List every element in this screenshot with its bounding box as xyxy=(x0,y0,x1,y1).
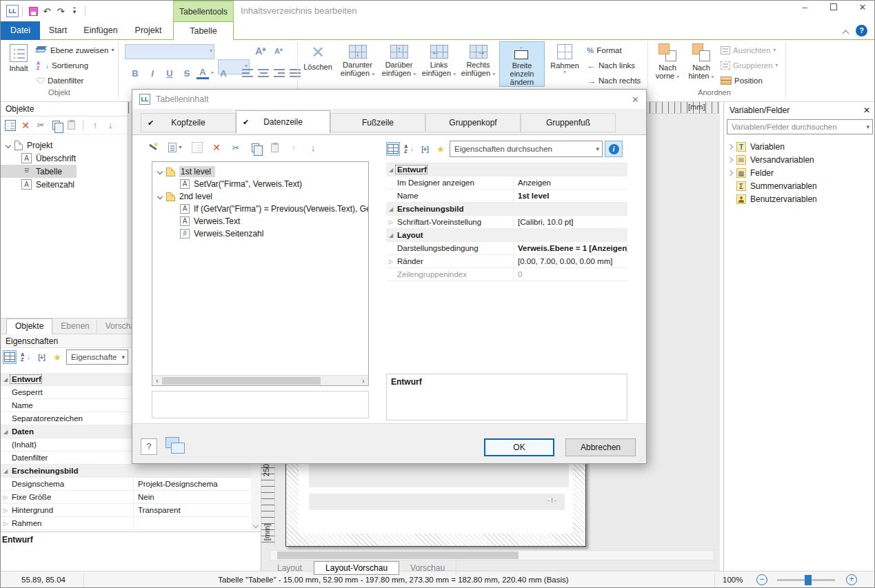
nach-links-button[interactable]: ← Nach links xyxy=(587,59,635,72)
tab-datei[interactable]: Datei xyxy=(1,21,40,40)
properties-search-input[interactable]: Eigenschaften durchsuchen ▾ xyxy=(66,349,128,365)
dock-tab-objekte[interactable]: Objekte xyxy=(6,318,52,334)
scroll-down-icon[interactable] xyxy=(253,523,259,528)
tab-layout[interactable]: Layout xyxy=(266,561,314,575)
ok-button[interactable]: OK xyxy=(484,438,554,456)
tab-layout-vorschau[interactable]: Layout-Vorschau xyxy=(314,561,399,575)
categorized-view-button[interactable] xyxy=(386,142,400,156)
paste-button[interactable] xyxy=(64,119,78,132)
move-line-up-button[interactable]: ↑ xyxy=(287,141,301,154)
rahmen-button[interactable]: Rahmen ▾ xyxy=(547,41,583,87)
delete-line-button[interactable]: ✕ xyxy=(210,141,223,154)
tree-item-felder[interactable]: ▦ Felder xyxy=(728,166,875,179)
format-button[interactable]: % Format xyxy=(587,43,622,57)
close-button[interactable]: ✕ xyxy=(852,2,873,12)
prop-group-erscheinungsbild[interactable]: ◢Erscheinungsbild xyxy=(1,465,252,478)
zoom-slider-thumb[interactable] xyxy=(805,575,812,585)
tree-line-verweis-text[interactable]: A Verweis.Text xyxy=(152,215,368,227)
ausrichten-button[interactable]: Ausrichten ▾ xyxy=(721,43,776,57)
position-button[interactable]: Position xyxy=(721,74,763,88)
tab-einfuegen[interactable]: Einfügen xyxy=(76,21,125,40)
help-button[interactable]: ? xyxy=(856,25,867,37)
font-color-button[interactable]: A xyxy=(197,67,209,79)
row-expander-icon[interactable]: ▷ xyxy=(1,520,10,527)
tree-item-projekt[interactable]: Projekt xyxy=(1,139,128,152)
prop-row[interactable]: ▷Ränder[0.00, 7.00, 0.00, 0.00 mm] xyxy=(386,255,627,268)
cascade-windows-button[interactable] xyxy=(165,437,186,456)
save-button[interactable] xyxy=(26,4,40,18)
maximize-button[interactable] xyxy=(823,2,844,12)
nach-vorne-button[interactable]: Nach vorne ▾ xyxy=(652,41,683,87)
tree-item-benutzervariablen[interactable]: Benutzervariablen xyxy=(728,192,875,205)
tree-item-variablen[interactable]: T Variablen xyxy=(728,140,875,153)
tree-item-tabelle[interactable]: ≡ Tabelle xyxy=(1,165,77,178)
tree-h-scrollbar[interactable]: ‹ › xyxy=(152,375,368,385)
dialog-tab-datenzeile[interactable]: ✔ Datenzeile xyxy=(236,110,330,133)
dialog-tab-gruppenfuss[interactable]: Gruppenfuß xyxy=(521,113,616,132)
line-properties-button[interactable] xyxy=(190,141,204,154)
rechts-einfuegen-button[interactable]: → Rechts einfügen ▾ xyxy=(459,41,497,87)
row-expander-icon[interactable]: ▷ xyxy=(386,258,396,265)
prop-group-layout[interactable]: ◢Layout xyxy=(386,229,627,242)
dialog-tab-gruppenkopf[interactable]: Gruppenkopf xyxy=(425,113,521,132)
tab-projekt[interactable]: Projekt xyxy=(125,21,171,40)
pagenumber-object[interactable]: - l - xyxy=(309,494,565,510)
favorites-button[interactable]: ★ xyxy=(434,142,447,156)
tree-item-versandvariablen[interactable]: ✉ Versandvariablen xyxy=(728,153,875,166)
loeschen-button[interactable]: ✕ Löschen xyxy=(300,41,336,87)
paste-line-button[interactable] xyxy=(268,141,281,154)
dock-tab-ebenen[interactable]: Ebenen xyxy=(54,319,97,333)
sort-az-button[interactable]: AZ↓ xyxy=(402,142,416,156)
copy-line-button[interactable] xyxy=(248,141,262,154)
zoom-slider[interactable] xyxy=(777,579,835,581)
tree-item-summenvariablen[interactable]: Σ Summenvariablen xyxy=(728,179,875,192)
nach-hinten-button[interactable]: Nach hinten ▾ xyxy=(685,41,717,87)
prop-row[interactable]: ▷Schriftart-Voreinstellung[Calibri, 10.0… xyxy=(386,216,627,229)
tree-line-2nd-level[interactable]: 2nd level xyxy=(152,190,368,203)
customize-quick-access-button[interactable]: ▾ xyxy=(68,4,81,18)
scroll-right-icon[interactable]: › xyxy=(359,377,368,385)
tree-line-setvar[interactable]: A SetVar("Firma", Verweis.Text) xyxy=(152,178,368,190)
prop-row[interactable]: Name1st level xyxy=(386,190,627,203)
prop-row[interactable]: ▷HintergrundTransparent xyxy=(1,504,252,517)
info-button[interactable]: i xyxy=(605,141,623,157)
scrollbar-thumb[interactable] xyxy=(162,377,321,385)
bold-button[interactable]: B xyxy=(128,68,143,79)
object-properties-button[interactable] xyxy=(3,119,17,132)
dialog-help-button[interactable]: ? xyxy=(141,438,157,455)
prop-row[interactable]: ▷Fixe GrößeNein xyxy=(1,491,252,504)
dialog-tab-fusszeile[interactable]: Fußzeile xyxy=(330,113,425,132)
expand-all-button[interactable]: [+] xyxy=(418,142,432,156)
favorites-button[interactable]: ★ xyxy=(50,350,64,364)
tab-start[interactable]: Start xyxy=(40,21,76,40)
expand-all-button[interactable]: [+] xyxy=(34,350,48,364)
dialog-titlebar[interactable]: LL Tabelleninhalt ✕ xyxy=(132,90,646,109)
strikethrough-button[interactable]: S xyxy=(179,68,194,79)
darueber-einfuegen-button[interactable]: ↑ Darüber einfügen ▾ xyxy=(379,41,419,87)
ebene-zuweisen-button[interactable]: Ebene zuweisen ▾ xyxy=(37,43,114,57)
cut-line-button[interactable]: ✂ xyxy=(229,141,243,154)
tree-item-seitenzahl[interactable]: A Seitenzahl xyxy=(1,178,128,191)
inhalt-button[interactable]: Inhalt xyxy=(3,41,34,87)
gruppieren-button[interactable]: Gruppieren ▾ xyxy=(721,59,778,72)
copy-button[interactable] xyxy=(49,119,63,132)
text-style-button[interactable]: A xyxy=(216,68,231,79)
tree-line-1st-level[interactable]: 1st level xyxy=(152,165,368,178)
sort-az-button[interactable]: AZ↓ xyxy=(19,350,32,364)
tab-tabelle[interactable]: Tabelle xyxy=(173,21,234,40)
prop-row[interactable]: Im Designer anzeigenAnzeigen xyxy=(386,176,627,190)
tree-line-if[interactable]: A If (GetVar("Firma") = Previous(Verweis… xyxy=(152,203,368,215)
tab-vorschau[interactable]: Vorschau xyxy=(399,561,456,575)
cancel-button[interactable]: Abbrechen xyxy=(565,438,636,456)
redo-button[interactable]: ↷ xyxy=(54,4,68,18)
move-up-button[interactable]: ↑ xyxy=(88,119,102,132)
delete-object-button[interactable]: ✕ xyxy=(19,119,32,132)
row-expander-icon[interactable]: ▷ xyxy=(1,507,10,514)
prop-group-erscheinungsbild[interactable]: ◢Erscheinungsbild xyxy=(386,203,627,216)
prop-row[interactable]: DarstellungsbedingungVerweis.Ebene = 1 [… xyxy=(386,242,627,255)
italic-button[interactable]: I xyxy=(145,68,160,79)
variables-search-input[interactable]: Variablen/Felder durchsuchen ▾ xyxy=(727,119,873,134)
grow-font-button[interactable]: A* xyxy=(253,45,268,57)
scroll-left-icon[interactable]: ‹ xyxy=(152,377,162,385)
dialog-properties-search-input[interactable]: Eigenschaften durchsuchen ▾ xyxy=(450,141,603,157)
